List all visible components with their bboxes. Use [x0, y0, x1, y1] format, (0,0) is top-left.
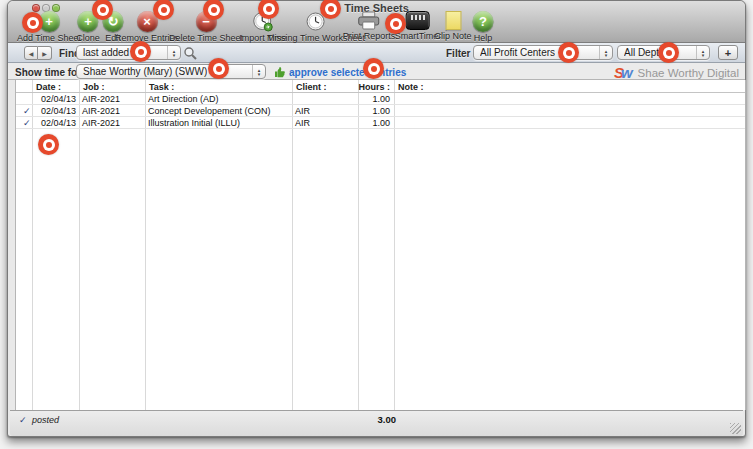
logo-text: Shae Worthy Digital	[638, 67, 739, 79]
column-divider	[292, 80, 293, 410]
annotation-marker	[363, 58, 384, 79]
column-header-task[interactable]: Task :	[149, 82, 174, 92]
show-time-for-label: Show time for	[15, 67, 81, 78]
logo-w: w	[621, 64, 633, 81]
find-dropdown[interactable]: last added ▴▾	[76, 45, 181, 60]
annotation-marker	[153, 0, 174, 20]
annotation-marker	[203, 0, 224, 20]
posted-check-icon[interactable]: ✓	[19, 415, 27, 425]
popup-stepper-icon: ▴▾	[167, 46, 180, 59]
posted-check: ✓	[23, 106, 31, 116]
column-header-hours[interactable]: Hours :	[348, 82, 390, 92]
table-row[interactable]: 02/04/13 AIR-2021 Art Direction (AD) 1.0…	[16, 93, 745, 105]
help-button[interactable]: ? Help	[473, 11, 494, 43]
printer-icon	[357, 11, 381, 30]
table-header: Date : Job : Task : Client : Hours : Not…	[16, 80, 745, 93]
column-divider	[79, 80, 80, 410]
person-dropdown[interactable]: Shae Worthy (Mary) (SWW) ▴▾	[76, 64, 266, 79]
previous-record-button[interactable]: ◀	[24, 46, 38, 60]
screenshot-canvas: Time Sheets + Add Time Sheet + Clone ↻ E…	[0, 0, 753, 449]
column-divider	[358, 80, 359, 410]
annotation-marker	[208, 58, 229, 79]
popup-stepper-icon: ▴▾	[599, 46, 612, 59]
column-header-client[interactable]: Client :	[296, 82, 327, 92]
record-nav-buttons: ◀ ▶	[24, 46, 52, 60]
annotation-marker	[92, 0, 113, 20]
annotation-marker	[130, 41, 151, 62]
clip-note-button[interactable]: Clip Note	[434, 11, 471, 41]
thumbs-up-icon	[274, 66, 286, 78]
table-row[interactable]: ✓ 02/04/13 AIR-2021 Illustration Initial…	[16, 117, 745, 129]
approve-selected-entries-link[interactable]: approve selected entries	[289, 67, 406, 78]
time-entries-table: Date : Job : Task : Client : Hours : Not…	[15, 80, 746, 410]
annotation-marker	[658, 42, 679, 63]
profit-centers-dropdown[interactable]: All Profit Centers ▴▾	[473, 45, 613, 60]
sticky-note-icon	[445, 11, 461, 30]
posted-check: ✓	[23, 118, 31, 128]
resize-grip[interactable]	[730, 423, 741, 434]
column-divider	[145, 80, 146, 410]
annotation-marker	[22, 12, 43, 33]
search-icon[interactable]	[183, 46, 198, 61]
annotation-marker	[558, 42, 579, 63]
help-icon: ?	[473, 11, 494, 32]
popup-stepper-icon: ▴▾	[696, 46, 709, 59]
annotation-marker	[38, 134, 59, 155]
annotation-marker	[385, 13, 406, 34]
table-row[interactable]: ✓ 02/04/13 AIR-2021 Concept Developement…	[16, 105, 745, 117]
column-header-date[interactable]: Date :	[36, 82, 61, 92]
hours-total: 3.00	[342, 414, 396, 425]
column-header-note[interactable]: Note :	[398, 82, 424, 92]
add-filter-button[interactable]: +	[718, 45, 738, 60]
column-divider	[32, 80, 33, 410]
popup-stepper-icon: ▴▾	[252, 65, 265, 78]
posted-status-label: posted	[32, 415, 59, 425]
toolbar: Time Sheets + Add Time Sheet + Clone ↻ E…	[8, 1, 745, 43]
next-record-button[interactable]: ▶	[38, 46, 52, 60]
status-bar: ✓ posted 3.00	[10, 410, 743, 436]
column-header-job[interactable]: Job :	[83, 82, 105, 92]
smarttimer-icon	[406, 11, 430, 30]
column-divider	[394, 80, 395, 410]
